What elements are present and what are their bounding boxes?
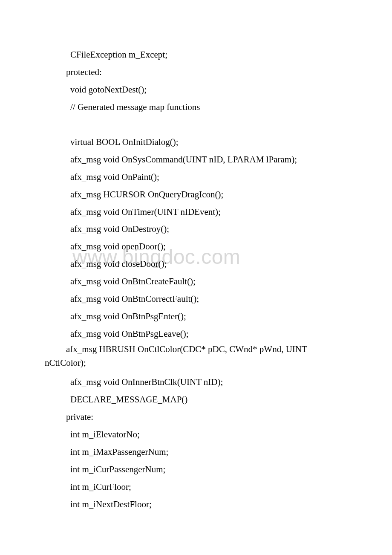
- code-line: afx_msg void OnBtnCorrectFault();: [45, 290, 347, 308]
- code-line: int m_iNextDestFloor;: [45, 496, 347, 513]
- code-line: int m_iCurPassengerNum;: [45, 461, 347, 478]
- code-line: afx_msg void OnInnerBtnClk(UINT nID);: [45, 373, 347, 391]
- code-line: // Generated message map functions: [45, 98, 347, 116]
- code-lines-bottom: afx_msg void OnInnerBtnClk(UINT nID);DEC…: [45, 373, 347, 513]
- code-line: DECLARE_MESSAGE_MAP(): [45, 391, 347, 408]
- code-line: protected:: [45, 64, 347, 81]
- code-line: void gotoNextDest();: [45, 81, 347, 98]
- code-line: afx_msg void openDoor();: [45, 238, 347, 255]
- code-line: int m_iElevatorNo;: [45, 426, 347, 443]
- code-line: afx_msg void OnBtnCreateFault();: [45, 273, 347, 290]
- code-line-wrapped-1: afx_msg HBRUSH OnCtlColor(CDC* pDC, CWnd…: [45, 343, 347, 356]
- code-line: int m_iCurFloor;: [45, 478, 347, 496]
- code-line: private:: [45, 408, 347, 426]
- code-line: afx_msg void closeDoor();: [45, 255, 347, 273]
- document-body: CFileException m_Except;protected:void g…: [45, 46, 347, 513]
- code-line: virtual BOOL OnInitDialog();: [45, 133, 347, 151]
- code-line: afx_msg void OnDestroy();: [45, 220, 347, 238]
- code-line: afx_msg void OnBtnPsgEnter();: [45, 308, 347, 325]
- code-line: afx_msg void OnPaint();: [45, 168, 347, 186]
- code-line: afx_msg void OnTimer(UINT nIDEvent);: [45, 203, 347, 221]
- code-line: afx_msg void OnBtnPsgLeave();: [45, 325, 347, 343]
- code-line-wrapped-2: nCtlColor);: [45, 356, 347, 370]
- code-line: afx_msg HCURSOR OnQueryDragIcon();: [45, 186, 347, 203]
- code-lines-top: CFileException m_Except;protected:void g…: [45, 46, 347, 343]
- code-line: CFileException m_Except;: [45, 46, 347, 64]
- blank-line: [45, 116, 347, 133]
- code-line: int m_iMaxPassengerNum;: [45, 443, 347, 461]
- code-line: afx_msg void OnSysCommand(UINT nID, LPAR…: [45, 151, 347, 168]
